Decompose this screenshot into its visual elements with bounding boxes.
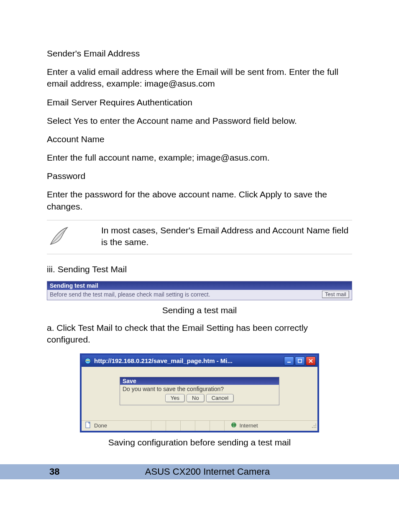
save-panel: Save Do you want to save the configurati…: [120, 377, 279, 405]
ie-icon: [84, 357, 92, 365]
status-zone-text: Internet: [240, 422, 258, 429]
page-number: 38: [0, 466, 83, 477]
svg-rect-1: [287, 362, 291, 363]
caption-saving-config: Saving configuration before sending a te…: [47, 437, 352, 448]
svg-point-12: [314, 427, 315, 428]
svg-point-11: [312, 427, 313, 428]
paragraph-account-name: Enter the full account name, example; im…: [47, 152, 352, 164]
feather-note-icon: [47, 242, 70, 249]
internet-zone-icon: [230, 422, 237, 430]
heading-sender-email: Sender's Email Address: [47, 49, 352, 59]
status-done-text: Done: [94, 422, 107, 429]
sending-test-mail-text: Before send the test mail, please check …: [50, 291, 210, 298]
resize-grip-icon[interactable]: [309, 422, 317, 429]
heading-auth: Email Server Requires Authentication: [47, 97, 352, 107]
svg-point-13: [315, 427, 316, 428]
status-bar: Done Internet: [82, 420, 317, 431]
page-footer: 38 ASUS CX200 Internet Camera: [0, 464, 399, 479]
minimize-button[interactable]: [284, 356, 294, 366]
svg-point-8: [315, 424, 316, 425]
note-text: In most cases, Sender's Email Address an…: [101, 225, 352, 248]
svg-point-10: [315, 425, 316, 426]
paragraph-password: Enter the password for the above account…: [47, 189, 352, 212]
heading-account-name: Account Name: [47, 134, 352, 144]
paragraph-sender-email: Enter a valid email address where the Em…: [47, 66, 352, 90]
page-content: Sender's Email Address Enter a valid ema…: [0, 0, 399, 448]
save-prompt-text: Do you want to save the configuration?: [123, 386, 276, 392]
maximize-button[interactable]: [295, 356, 305, 366]
paragraph-auth: Select Yes to enter the Account name and…: [47, 115, 352, 127]
footer-title: ASUS CX200 Internet Camera: [83, 466, 399, 477]
sending-test-mail-title: Sending test mail: [47, 281, 352, 290]
note-box: In most cases, Sender's Email Address an…: [47, 220, 352, 254]
yes-button[interactable]: Yes: [165, 394, 185, 402]
paragraph-step-a: a. Click Test Mail to check that the Ema…: [47, 322, 352, 346]
cancel-button[interactable]: Cancel: [206, 394, 234, 402]
caption-sending-test-mail: Sending a test mail: [47, 305, 352, 315]
window-controls: [284, 356, 316, 366]
svg-point-9: [314, 425, 315, 426]
sending-test-mail-panel: Sending test mail Before send the test m…: [47, 281, 352, 300]
heading-password: Password: [47, 171, 352, 181]
no-button[interactable]: No: [187, 394, 205, 402]
dialog-title-text: http://192.168.0.212/save_mail_page.htm …: [94, 357, 233, 364]
close-button[interactable]: [306, 356, 316, 366]
status-segments: [151, 421, 226, 431]
dialog-body: Save Do you want to save the configurati…: [82, 367, 317, 420]
section-heading-sending-test-mail: iii. Sending Test Mail: [47, 264, 352, 274]
page-icon: [85, 422, 92, 430]
test-mail-button[interactable]: Test mail: [322, 291, 349, 298]
save-config-dialog: http://192.168.0.212/save_mail_page.htm …: [80, 353, 319, 432]
save-panel-header: Save: [120, 377, 279, 385]
svg-rect-2: [298, 359, 302, 363]
dialog-title-bar[interactable]: http://192.168.0.212/save_mail_page.htm …: [82, 355, 317, 367]
